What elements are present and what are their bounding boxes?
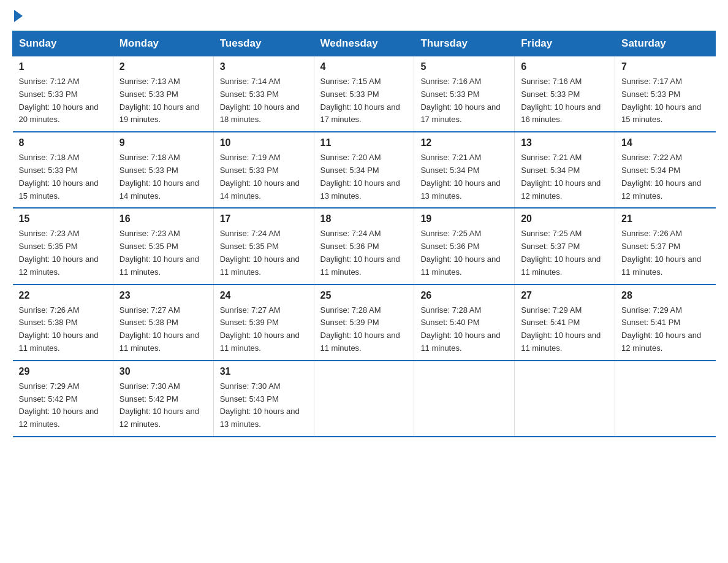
day-info: Sunrise: 7:15 AMSunset: 5:33 PMDaylight:… — [320, 75, 408, 126]
day-cell: 24 Sunrise: 7:27 AMSunset: 5:39 PMDaylig… — [213, 285, 314, 361]
page-header — [12, 12, 716, 20]
day-number: 6 — [521, 61, 609, 72]
day-cell: 11 Sunrise: 7:20 AMSunset: 5:34 PMDaylig… — [314, 132, 414, 208]
day-cell: 20 Sunrise: 7:25 AMSunset: 5:37 PMDaylig… — [515, 208, 615, 284]
day-info: Sunrise: 7:28 AMSunset: 5:40 PMDaylight:… — [420, 304, 508, 355]
day-cell: 12 Sunrise: 7:21 AMSunset: 5:34 PMDaylig… — [414, 132, 515, 208]
day-cell: 30 Sunrise: 7:30 AMSunset: 5:42 PMDaylig… — [113, 361, 213, 437]
header-tuesday: Tuesday — [213, 31, 314, 56]
day-number: 4 — [320, 61, 408, 72]
header-friday: Friday — [515, 31, 615, 56]
day-info: Sunrise: 7:29 AMSunset: 5:41 PMDaylight:… — [621, 304, 709, 355]
day-cell: 13 Sunrise: 7:21 AMSunset: 5:34 PMDaylig… — [515, 132, 615, 208]
day-number: 19 — [420, 213, 508, 224]
day-number: 10 — [220, 137, 308, 148]
day-number: 29 — [19, 366, 107, 377]
day-info: Sunrise: 7:19 AMSunset: 5:33 PMDaylight:… — [220, 151, 308, 202]
day-info: Sunrise: 7:16 AMSunset: 5:33 PMDaylight:… — [521, 75, 609, 126]
day-cell: 26 Sunrise: 7:28 AMSunset: 5:40 PMDaylig… — [414, 285, 515, 361]
header-sunday: Sunday — [13, 31, 113, 56]
day-info: Sunrise: 7:13 AMSunset: 5:33 PMDaylight:… — [119, 75, 207, 126]
day-cell — [314, 361, 414, 437]
day-info: Sunrise: 7:23 AMSunset: 5:35 PMDaylight:… — [19, 228, 107, 278]
calendar-header-row: SundayMondayTuesdayWednesdayThursdayFrid… — [13, 31, 716, 56]
day-info: Sunrise: 7:23 AMSunset: 5:35 PMDaylight:… — [119, 228, 207, 278]
day-info: Sunrise: 7:17 AMSunset: 5:33 PMDaylight:… — [621, 75, 709, 126]
day-info: Sunrise: 7:20 AMSunset: 5:34 PMDaylight:… — [320, 151, 408, 202]
day-number: 13 — [521, 137, 609, 148]
day-cell: 17 Sunrise: 7:24 AMSunset: 5:35 PMDaylig… — [213, 208, 314, 284]
day-info: Sunrise: 7:14 AMSunset: 5:33 PMDaylight:… — [220, 75, 308, 126]
day-number: 3 — [220, 61, 308, 72]
day-cell: 5 Sunrise: 7:16 AMSunset: 5:33 PMDayligh… — [414, 56, 515, 132]
day-number: 28 — [621, 290, 709, 301]
day-info: Sunrise: 7:22 AMSunset: 5:34 PMDaylight:… — [621, 151, 709, 202]
day-info: Sunrise: 7:30 AMSunset: 5:42 PMDaylight:… — [119, 380, 207, 431]
day-number: 25 — [320, 290, 408, 301]
day-cell: 7 Sunrise: 7:17 AMSunset: 5:33 PMDayligh… — [615, 56, 716, 132]
day-info: Sunrise: 7:25 AMSunset: 5:36 PMDaylight:… — [420, 228, 508, 278]
day-number: 23 — [119, 290, 207, 301]
day-number: 11 — [320, 137, 408, 148]
day-number: 2 — [119, 61, 207, 72]
day-number: 30 — [119, 366, 207, 377]
day-number: 15 — [19, 213, 107, 224]
day-info: Sunrise: 7:27 AMSunset: 5:38 PMDaylight:… — [119, 304, 207, 355]
calendar-table: SundayMondayTuesdayWednesdayThursdayFrid… — [12, 31, 716, 437]
day-cell: 10 Sunrise: 7:19 AMSunset: 5:33 PMDaylig… — [213, 132, 314, 208]
week-row-4: 22 Sunrise: 7:26 AMSunset: 5:38 PMDaylig… — [13, 285, 716, 361]
day-number: 8 — [19, 137, 107, 148]
day-cell: 15 Sunrise: 7:23 AMSunset: 5:35 PMDaylig… — [13, 208, 113, 284]
day-info: Sunrise: 7:28 AMSunset: 5:39 PMDaylight:… — [320, 304, 408, 355]
day-cell: 21 Sunrise: 7:26 AMSunset: 5:37 PMDaylig… — [615, 208, 716, 284]
day-info: Sunrise: 7:24 AMSunset: 5:36 PMDaylight:… — [320, 228, 408, 278]
logo-arrow-icon — [14, 10, 23, 22]
day-cell: 19 Sunrise: 7:25 AMSunset: 5:36 PMDaylig… — [414, 208, 515, 284]
week-row-5: 29 Sunrise: 7:29 AMSunset: 5:42 PMDaylig… — [13, 361, 716, 437]
day-info: Sunrise: 7:18 AMSunset: 5:33 PMDaylight:… — [119, 151, 207, 202]
day-number: 24 — [220, 290, 308, 301]
day-number: 17 — [220, 213, 308, 224]
day-number: 7 — [621, 61, 709, 72]
day-cell: 16 Sunrise: 7:23 AMSunset: 5:35 PMDaylig… — [113, 208, 213, 284]
week-row-3: 15 Sunrise: 7:23 AMSunset: 5:35 PMDaylig… — [13, 208, 716, 284]
day-cell: 2 Sunrise: 7:13 AMSunset: 5:33 PMDayligh… — [113, 56, 213, 132]
day-cell — [414, 361, 515, 437]
day-info: Sunrise: 7:18 AMSunset: 5:33 PMDaylight:… — [19, 151, 107, 202]
day-cell: 28 Sunrise: 7:29 AMSunset: 5:41 PMDaylig… — [615, 285, 716, 361]
day-cell: 25 Sunrise: 7:28 AMSunset: 5:39 PMDaylig… — [314, 285, 414, 361]
day-info: Sunrise: 7:16 AMSunset: 5:33 PMDaylight:… — [420, 75, 508, 126]
day-number: 18 — [320, 213, 408, 224]
day-number: 14 — [621, 137, 709, 148]
day-number: 22 — [19, 290, 107, 301]
day-cell: 31 Sunrise: 7:30 AMSunset: 5:43 PMDaylig… — [213, 361, 314, 437]
header-saturday: Saturday — [615, 31, 716, 56]
day-cell: 9 Sunrise: 7:18 AMSunset: 5:33 PMDayligh… — [113, 132, 213, 208]
day-cell: 29 Sunrise: 7:29 AMSunset: 5:42 PMDaylig… — [13, 361, 113, 437]
day-number: 1 — [19, 61, 107, 72]
day-info: Sunrise: 7:24 AMSunset: 5:35 PMDaylight:… — [220, 228, 308, 278]
day-cell: 23 Sunrise: 7:27 AMSunset: 5:38 PMDaylig… — [113, 285, 213, 361]
day-cell: 22 Sunrise: 7:26 AMSunset: 5:38 PMDaylig… — [13, 285, 113, 361]
day-cell — [615, 361, 716, 437]
day-info: Sunrise: 7:21 AMSunset: 5:34 PMDaylight:… — [521, 151, 609, 202]
day-cell: 4 Sunrise: 7:15 AMSunset: 5:33 PMDayligh… — [314, 56, 414, 132]
header-monday: Monday — [113, 31, 213, 56]
day-info: Sunrise: 7:25 AMSunset: 5:37 PMDaylight:… — [521, 228, 609, 278]
day-info: Sunrise: 7:27 AMSunset: 5:39 PMDaylight:… — [220, 304, 308, 355]
header-thursday: Thursday — [414, 31, 515, 56]
day-cell: 8 Sunrise: 7:18 AMSunset: 5:33 PMDayligh… — [13, 132, 113, 208]
day-info: Sunrise: 7:29 AMSunset: 5:42 PMDaylight:… — [19, 380, 107, 431]
day-number: 21 — [621, 213, 709, 224]
week-row-1: 1 Sunrise: 7:12 AMSunset: 5:33 PMDayligh… — [13, 56, 716, 132]
day-number: 9 — [119, 137, 207, 148]
day-info: Sunrise: 7:29 AMSunset: 5:41 PMDaylight:… — [521, 304, 609, 355]
day-number: 27 — [521, 290, 609, 301]
day-info: Sunrise: 7:21 AMSunset: 5:34 PMDaylight:… — [420, 151, 508, 202]
day-cell: 27 Sunrise: 7:29 AMSunset: 5:41 PMDaylig… — [515, 285, 615, 361]
day-cell: 1 Sunrise: 7:12 AMSunset: 5:33 PMDayligh… — [13, 56, 113, 132]
logo — [12, 12, 23, 20]
day-cell: 18 Sunrise: 7:24 AMSunset: 5:36 PMDaylig… — [314, 208, 414, 284]
day-info: Sunrise: 7:12 AMSunset: 5:33 PMDaylight:… — [19, 75, 107, 126]
header-wednesday: Wednesday — [314, 31, 414, 56]
